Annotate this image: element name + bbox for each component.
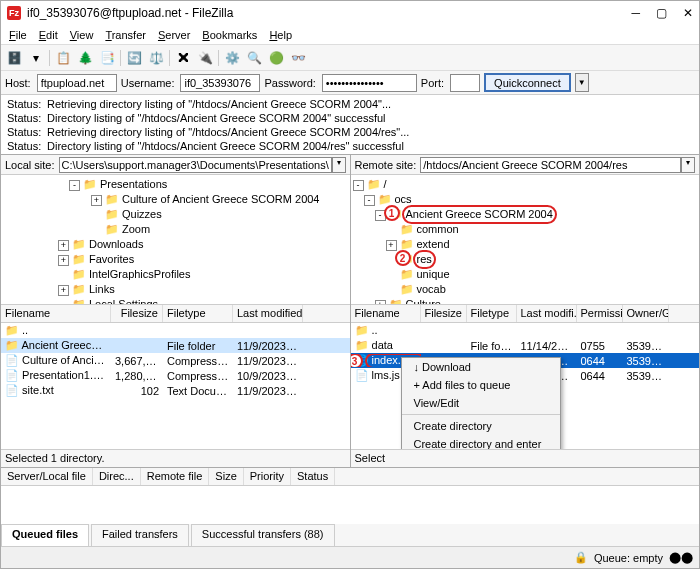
cell: 11/9/2023 7:36... (233, 340, 303, 352)
user-input[interactable] (180, 74, 260, 92)
cell: 35393076... (623, 355, 669, 367)
sitemanager-icon[interactable]: 🗄️ (5, 49, 23, 67)
pass-input[interactable] (322, 74, 417, 92)
toggle-queue-icon[interactable]: 📑 (98, 49, 116, 67)
find-icon[interactable]: 👓 (289, 49, 307, 67)
local-path-input[interactable] (59, 157, 332, 173)
file-row[interactable]: 📄 Culture of Ancient G...3,667,991Compre… (1, 353, 350, 368)
col-header[interactable]: Filename (1, 305, 111, 322)
menu-view[interactable]: View (64, 27, 100, 43)
host-input[interactable] (37, 74, 117, 92)
tab[interactable]: Queued files (1, 524, 89, 546)
col-header[interactable]: Permissi... (577, 305, 623, 322)
col-header[interactable]: Filename (351, 305, 421, 322)
sync-icon[interactable]: 🔄 (125, 49, 143, 67)
remote-tree-item[interactable]: 📁unique (353, 267, 698, 282)
expander-icon[interactable]: + (58, 255, 69, 266)
remote-tree-item[interactable]: -📁Ancient Greece SCORM 20041 (353, 207, 698, 222)
col-header[interactable]: Last modified (233, 305, 303, 322)
expander-icon[interactable]: + (91, 195, 102, 206)
queue-col[interactable]: Remote file (141, 468, 210, 485)
local-tree-item[interactable]: 📁IntelGraphicsProfiles (3, 267, 348, 282)
minimize-icon[interactable]: ─ (631, 6, 640, 20)
file-row[interactable]: 📁 dataFile folder11/14/2023...0755353930… (351, 338, 700, 353)
remote-path-dd-icon[interactable]: ▾ (681, 157, 695, 173)
col-header[interactable]: Last modifi... (517, 305, 577, 322)
queue-col[interactable]: Status (291, 468, 335, 485)
remote-tree[interactable]: -📁/-📁ocs-📁Ancient Greece SCORM 20041📁com… (351, 175, 700, 305)
local-tree-item[interactable]: -📁Presentations (3, 177, 348, 192)
maximize-icon[interactable]: ▢ (656, 6, 667, 20)
local-tree[interactable]: -📁Presentations+📁Culture of Ancient Gree… (1, 175, 350, 305)
col-header[interactable]: Filetype (467, 305, 517, 322)
local-tree-item[interactable]: 📁Zoom (3, 222, 348, 237)
cell: 1,280,748 (111, 370, 163, 382)
tab[interactable]: Failed transfers (91, 524, 189, 546)
menu-file[interactable]: File (3, 27, 33, 43)
cell: Text Document (163, 385, 233, 397)
local-tree-item[interactable]: +📁Favorites (3, 252, 348, 267)
col-header[interactable]: Filetype (163, 305, 233, 322)
file-row[interactable]: 📁 Ancient Greece SCO...File folder11/9/2… (1, 338, 350, 353)
reconnect-icon[interactable]: 🔌 (196, 49, 214, 67)
expander-icon[interactable]: + (58, 285, 69, 296)
file-row[interactable]: 📄 Presentation1.zip1,280,748Compressed (… (1, 368, 350, 383)
quickconnect-button[interactable]: Quickconnect (484, 73, 571, 92)
filter-icon[interactable]: ⚙️ (223, 49, 241, 67)
file-row[interactable]: 📁 .. (1, 323, 350, 338)
local-tree-item[interactable]: +📁Culture of Ancient Greece SCORM 2004 (3, 192, 348, 207)
titlebar: Fz if0_35393076@ftpupload.net - FileZill… (1, 1, 699, 25)
remote-file-list[interactable]: 📁 ..📁 dataFile folder11/14/2023...075535… (351, 323, 700, 449)
close-icon[interactable]: ✕ (683, 6, 693, 20)
remote-tree-item[interactable]: 📁res2 (353, 252, 698, 267)
queue-col[interactable]: Server/Local file (1, 468, 93, 485)
file-row[interactable]: 📁 .. (351, 323, 700, 338)
remote-tree-item[interactable]: +📁Culture (353, 297, 698, 305)
remote-tree-item[interactable]: -📁ocs (353, 192, 698, 207)
quickconnect-dd-icon[interactable]: ▼ (575, 73, 589, 92)
remote-tree-item[interactable]: 📁vocab (353, 282, 698, 297)
menu-server[interactable]: Server (152, 27, 196, 43)
toggle-log-icon[interactable]: 📋 (54, 49, 72, 67)
ctx-item[interactable]: Create directory and enter it (402, 435, 560, 449)
menu-transfer[interactable]: Transfer (99, 27, 152, 43)
local-path-dd-icon[interactable]: ▾ (332, 157, 346, 173)
ctx-item[interactable]: View/Edit (402, 394, 560, 412)
local-tree-item[interactable]: +📁Downloads (3, 237, 348, 252)
compare-icon[interactable]: ⚖️ (147, 49, 165, 67)
local-tree-item[interactable]: 📁Quizzes (3, 207, 348, 222)
queue-col[interactable]: Direc... (93, 468, 141, 485)
remote-tree-item[interactable]: 📁common (353, 222, 698, 237)
col-header[interactable]: Filesize (421, 305, 467, 322)
toggle-tree-icon[interactable]: 🌲 (76, 49, 94, 67)
local-tree-item[interactable]: +📁Links (3, 282, 348, 297)
expander-icon[interactable]: - (364, 195, 375, 206)
menu-edit[interactable]: Edit (33, 27, 64, 43)
folder-icon: 📁 (72, 283, 86, 295)
search-icon[interactable]: 🔍 (245, 49, 263, 67)
remote-tree-item[interactable]: -📁/ (353, 177, 698, 192)
ctx-item[interactable]: Create directory (402, 417, 560, 435)
tab[interactable]: Successful transfers (88) (191, 524, 335, 546)
remote-path-input[interactable] (420, 157, 681, 173)
port-input[interactable] (450, 74, 480, 92)
sitemanager-dd-icon[interactable]: ▾ (27, 49, 45, 67)
file-row[interactable]: 📄 site.txt102Text Document11/9/2023 7:40… (1, 383, 350, 398)
menu-help[interactable]: Help (263, 27, 298, 43)
queue-col[interactable]: Size (209, 468, 243, 485)
expander-icon[interactable]: + (375, 300, 386, 305)
expander-icon[interactable]: - (353, 180, 364, 191)
col-header[interactable]: Filesize (111, 305, 163, 322)
expander-icon[interactable]: - (69, 180, 80, 191)
local-file-list[interactable]: 📁 ..📁 Ancient Greece SCO...File folder11… (1, 323, 350, 449)
expander-icon[interactable]: + (58, 240, 69, 251)
queue-col[interactable]: Priority (244, 468, 291, 485)
process-icon[interactable]: 🟢 (267, 49, 285, 67)
local-tree-item[interactable]: 📁Local Settings (3, 297, 348, 305)
ctx-item[interactable]: ↓ Download (402, 358, 560, 376)
expander-icon[interactable]: + (386, 240, 397, 251)
col-header[interactable]: Owner/Gr... (623, 305, 669, 322)
menu-bookmarks[interactable]: Bookmarks (196, 27, 263, 43)
ctx-item[interactable]: + Add files to queue (402, 376, 560, 394)
cancel-icon[interactable]: 🗙 (174, 49, 192, 67)
